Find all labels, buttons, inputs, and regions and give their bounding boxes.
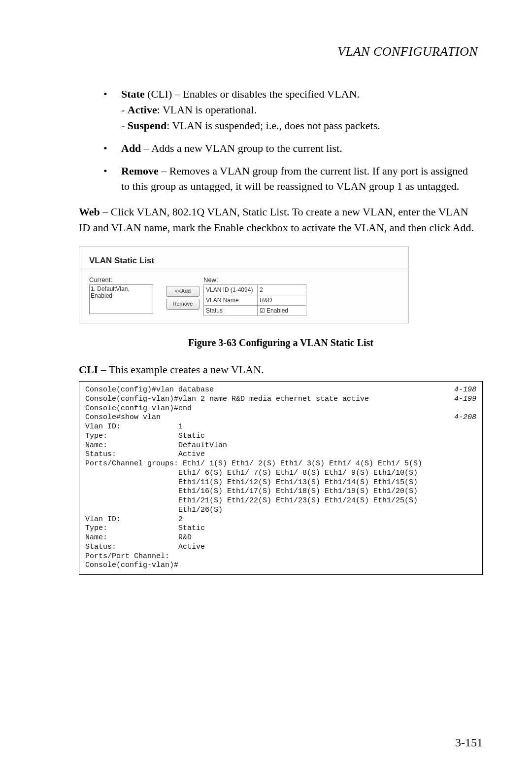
add-term: Add — [121, 142, 141, 154]
cli-line: Console(config-vlan)#end — [85, 404, 476, 414]
cli-line: Name: DefaultVlan — [85, 441, 476, 451]
state-sub-suspend: - Suspend: VLAN is suspended; i.e., does… — [121, 118, 478, 134]
bullet-remove: Remove – Removes a VLAN group from the c… — [103, 163, 478, 195]
current-item[interactable]: 1, DefaultVlan, Enabled — [91, 285, 152, 299]
web-rest: – Click VLAN, 802.1Q VLAN, Static List. … — [79, 206, 474, 234]
cli-line: Console(config-vlan)#vlan 2 name R&D med… — [85, 395, 442, 404]
page-header: VLAN CONFIGURATION — [79, 44, 483, 59]
new-label: New: — [203, 276, 399, 283]
state-desc: (CLI) – Enables or disables the specifie… — [145, 88, 360, 100]
cli-line: Eth1/16(S) Eth1/17(S) Eth1/18(S) Eth1/19… — [85, 487, 476, 496]
web-lead: Web — [79, 206, 100, 218]
cli-line: Ports/Port Channel: — [85, 552, 476, 562]
suspend-desc: : VLAN is suspended; i.e., does not pass… — [166, 119, 380, 132]
cli-line: Vlan ID: 1 — [85, 422, 476, 432]
current-label: Current: — [89, 276, 163, 283]
remove-button[interactable]: Remove — [166, 299, 200, 310]
status-label: Status — [204, 306, 258, 316]
active-desc: : VLAN is operational. — [157, 104, 257, 116]
cli-rest: – This example creates a new VLAN. — [98, 363, 264, 376]
cli-line: Name: R&D — [85, 533, 476, 543]
web-instructions: Web – Click VLAN, 802.1Q VLAN, Static Li… — [79, 204, 478, 236]
cli-line: Eth1/ 6(S) Eth1/ 7(S) Eth1/ 8(S) Eth1/ 9… — [85, 469, 476, 478]
description-list: State (CLI) – Enables or disables the sp… — [79, 86, 483, 194]
vlan-id-label: VLAN ID (1-4094) — [204, 285, 258, 295]
add-button[interactable]: <<Add — [166, 286, 200, 297]
vlan-id-input[interactable]: 2 — [258, 285, 306, 295]
figure-panel: VLAN Static List Current: 1, DefaultVlan… — [79, 246, 409, 323]
figure-caption: Figure 3-63 Configuring a VLAN Static Li… — [79, 337, 483, 349]
cli-line: Console(config)#vlan database — [85, 386, 442, 395]
cli-line: Type: Static — [85, 524, 476, 533]
bullet-add: Add – Adds a new VLAN group to the curre… — [103, 141, 478, 156]
cli-line: Eth1/26(S) — [85, 506, 476, 515]
vlan-name-input[interactable]: R&D — [258, 295, 306, 306]
status-cell[interactable]: ☑Enabled — [258, 306, 306, 316]
state-sub-active: - Active: VLAN is operational. — [121, 102, 478, 118]
cli-intro: CLI – This example creates a new VLAN. — [79, 363, 483, 376]
page-number: 3-151 — [455, 736, 483, 749]
cli-line: Vlan ID: 2 — [85, 515, 476, 525]
bullet-state: State (CLI) – Enables or disables the sp… — [103, 86, 478, 134]
cli-line: Status: Active — [85, 543, 476, 552]
cli-line: Eth1/21(S) Eth1/22(S) Eth1/23(S) Eth1/24… — [85, 496, 476, 506]
cli-line: Eth1/11(S) Eth1/12(S) Eth1/13(S) Eth1/14… — [85, 478, 476, 488]
status-checkbox-icon[interactable]: ☑ — [260, 307, 265, 314]
current-listbox[interactable]: 1, DefaultVlan, Enabled — [89, 284, 153, 314]
cli-ref: 4-208 — [442, 413, 476, 422]
remove-term: Remove — [121, 165, 159, 177]
cli-line: Console#show vlan — [85, 413, 442, 422]
cli-output: Console(config)#vlan database4-198Consol… — [79, 381, 483, 575]
figure-title: VLAN Static List — [89, 256, 399, 266]
cli-ref: 4-199 — [442, 395, 476, 404]
state-term: State — [121, 88, 145, 100]
suspend-term: Suspend — [128, 119, 167, 132]
cli-ref: 4-198 — [442, 386, 476, 395]
cli-line: Type: Static — [85, 432, 476, 441]
cli-line: Status: Active — [85, 450, 476, 459]
cli-lead: CLI — [79, 363, 98, 376]
remove-desc: – Removes a VLAN group from the current … — [121, 165, 468, 193]
cli-line: Ports/Channel groups: Eth1/ 1(S) Eth1/ 2… — [85, 459, 476, 469]
add-desc: – Adds a new VLAN group to the current l… — [141, 142, 342, 154]
active-term: Active — [128, 104, 157, 116]
vlan-name-label: VLAN Name — [204, 295, 258, 306]
status-enabled-text: Enabled — [266, 307, 288, 314]
cli-line: Console(config-vlan)# — [85, 561, 476, 570]
